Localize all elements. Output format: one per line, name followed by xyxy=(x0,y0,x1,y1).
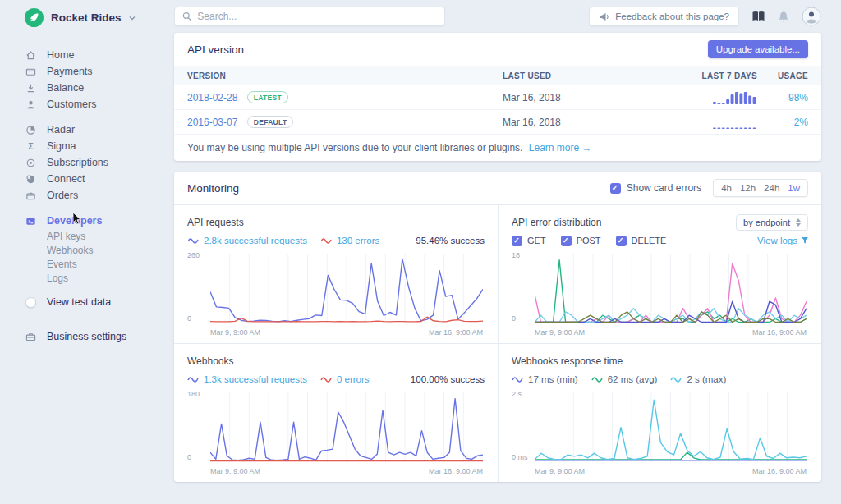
docs-book-icon[interactable] xyxy=(751,11,765,22)
sidebar-subitem-webhooks[interactable]: Webhooks xyxy=(25,243,174,257)
megaphone-icon xyxy=(599,12,609,21)
sidebar-item-business-settings[interactable]: Business settings xyxy=(25,328,174,345)
range-1w-selected[interactable]: 1w xyxy=(788,183,800,193)
chevron-down-icon xyxy=(129,15,136,21)
view-logs-label: View logs xyxy=(757,236,797,245)
method-label: DELETE xyxy=(632,236,667,245)
upgrade-available-button[interactable]: Upgrade available... xyxy=(708,40,808,58)
wave-icon xyxy=(188,378,198,382)
checkbox-checked-icon[interactable] xyxy=(610,183,621,194)
y-axis-min: 0 xyxy=(187,314,207,323)
y-axis-min: 0 xyxy=(187,453,207,461)
sidebar-item-payments[interactable]: Payments xyxy=(25,63,174,80)
feedback-label: Feedback about this page? xyxy=(615,11,729,21)
method-label: GET xyxy=(527,236,546,245)
wave-icon xyxy=(512,378,522,382)
version-link[interactable]: 2018-02-28 xyxy=(187,92,237,103)
table-row[interactable]: 2016-03-07 DEFAULT Mar 16, 2018 2% xyxy=(174,110,821,135)
success-rate: 100.00% success xyxy=(411,374,485,384)
panel-title: Webhooks xyxy=(187,355,233,367)
legend-label: 0 errors xyxy=(337,374,370,384)
home-icon xyxy=(25,50,37,61)
monitoring-title: Monitoring xyxy=(187,182,239,195)
legend-max[interactable]: 2 s (max) xyxy=(670,374,726,384)
legend-label: 17 ms (min) xyxy=(528,374,578,384)
sidebar-item-subscriptions[interactable]: Subscriptions xyxy=(25,154,174,171)
y-axis-max: 2 s xyxy=(512,390,531,398)
footnote-text: You may be using multiple API versions d… xyxy=(187,142,522,153)
api-version-card: API version Upgrade available... VERSION… xyxy=(174,33,821,161)
sidebar-item-connect[interactable]: Connect xyxy=(25,171,174,187)
get-checkbox[interactable]: GET xyxy=(512,236,546,246)
show-card-errors-checkbox[interactable]: Show card errors xyxy=(610,182,701,194)
orders-icon xyxy=(25,190,37,201)
sidebar-item-developers[interactable]: Developers xyxy=(25,213,174,229)
topbar: Feedback about this page? xyxy=(174,0,821,33)
sidebar-subitem-logs[interactable]: Logs xyxy=(25,271,174,285)
sidebar-subitem-api-keys[interactable]: API keys xyxy=(25,229,174,243)
wave-icon xyxy=(671,378,681,382)
legend-min[interactable]: 17 ms (min) xyxy=(512,374,578,384)
x-axis-end: Mar 16, 9:00 AM xyxy=(429,467,483,475)
sidebar-item-label: Subscriptions xyxy=(47,157,108,168)
main-content: Feedback about this page? API version Up… xyxy=(174,0,821,493)
sidebar-item-sigma[interactable]: Σ Sigma xyxy=(25,138,174,154)
last-used-value: Mar 16, 2018 xyxy=(503,92,659,103)
webhooks-panel: Webhooks 1.3k successful requests 0 erro… xyxy=(174,343,498,482)
legend-errors[interactable]: 0 errors xyxy=(320,374,370,384)
x-axis-start: Mar 9, 9:00 AM xyxy=(535,467,585,475)
post-checkbox[interactable]: POST xyxy=(561,236,601,246)
checkbox-checked-icon[interactable] xyxy=(512,236,522,246)
sidebar-item-label: Radar xyxy=(47,124,75,135)
webhooks-chart: 180 0 Mar 9, 9:00 AM Mar 16, 9:00 AM xyxy=(187,390,485,475)
view-logs-link[interactable]: View logs xyxy=(757,236,808,245)
y-axis-min: 0 xyxy=(512,314,531,323)
sidebar-item-orders[interactable]: Orders xyxy=(25,187,174,204)
search-input[interactable] xyxy=(197,11,437,22)
api-requests-panel: API requests 2.8k successful requests 13… xyxy=(174,205,498,343)
sidebar-item-balance[interactable]: Balance xyxy=(25,80,174,96)
range-24h[interactable]: 24h xyxy=(764,183,779,193)
range-12h[interactable]: 12h xyxy=(740,183,756,193)
rocket-rides-logo-icon xyxy=(25,8,44,27)
legend-successful-requests[interactable]: 1.3k successful requests xyxy=(187,374,307,384)
delete-checkbox[interactable]: DELETE xyxy=(616,236,667,246)
usage-percent[interactable]: 2% xyxy=(794,117,808,128)
sidebar-subitem-events[interactable]: Events xyxy=(25,257,174,271)
x-axis-end: Mar 16, 9:00 AM xyxy=(429,328,483,337)
checkbox-checked-icon[interactable] xyxy=(561,236,572,246)
feedback-button[interactable]: Feedback about this page? xyxy=(589,7,739,26)
account-switcher[interactable]: Rocket Rides xyxy=(25,8,174,27)
range-4h[interactable]: 4h xyxy=(721,183,732,193)
view-test-data-toggle[interactable]: View test data xyxy=(25,294,174,310)
balance-icon xyxy=(25,83,37,94)
api-error-distribution-chart: 18 0 Mar 9, 9:00 AM Mar 16, 9:00 AM xyxy=(512,251,808,337)
version-link[interactable]: 2016-03-07 xyxy=(187,117,237,128)
learn-more-link[interactable]: Learn more → xyxy=(529,142,592,153)
column-usage: USAGE xyxy=(778,71,808,80)
briefcase-icon xyxy=(25,332,37,342)
by-endpoint-select[interactable]: by endpoint xyxy=(736,214,808,231)
column-last-used: LAST USED xyxy=(503,71,659,80)
user-avatar[interactable] xyxy=(802,7,821,26)
checkbox-checked-icon[interactable] xyxy=(616,236,627,246)
sidebar-item-label: Payments xyxy=(47,66,93,77)
sidebar-item-home[interactable]: Home xyxy=(25,47,174,63)
notifications-bell-icon[interactable] xyxy=(778,11,789,23)
legend-errors[interactable]: 130 errors xyxy=(320,236,379,245)
webhooks-response-time-chart: 2 s 0 ms Mar 9, 9:00 AM Mar 16, 9:00 AM xyxy=(512,390,808,475)
legend-avg[interactable]: 62 ms (avg) xyxy=(591,374,658,384)
table-row[interactable]: 2018-02-28 LATEST Mar 16, 2018 98% xyxy=(174,85,821,110)
radar-icon xyxy=(25,125,37,135)
search-box[interactable] xyxy=(174,7,445,26)
usage-percent[interactable]: 98% xyxy=(788,92,808,103)
y-axis-max: 260 xyxy=(187,251,207,259)
filter-funnel-icon xyxy=(802,237,808,244)
sidebar-item-customers[interactable]: Customers xyxy=(25,96,174,112)
sidebar-item-radar[interactable]: Radar xyxy=(25,121,174,138)
usage-sparkline xyxy=(713,115,757,129)
legend-successful-requests[interactable]: 2.8k successful requests xyxy=(187,236,307,245)
customers-icon xyxy=(25,99,37,110)
legend-label: 130 errors xyxy=(337,236,379,245)
x-axis-start: Mar 9, 9:00 AM xyxy=(535,328,585,337)
